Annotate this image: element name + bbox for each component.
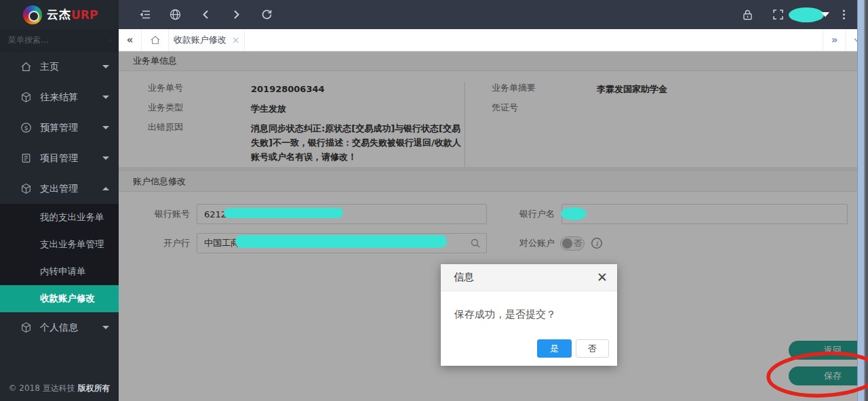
tab-label: 收款账户修改 bbox=[174, 34, 226, 46]
content-area: 业务单信息 业务单号 201928006344 业务类型 学生发放 出错原因 消… bbox=[119, 51, 868, 401]
home-icon bbox=[20, 61, 32, 72]
app-window: 云杰 URP 主页 往来结算 $ 预算管理 项目管理 bbox=[0, 0, 868, 401]
project-icon bbox=[20, 152, 32, 164]
chevron-down-icon bbox=[102, 126, 109, 129]
sidebar-item-label: 支出管理 bbox=[40, 183, 102, 195]
tabs-scroll-left[interactable]: « bbox=[119, 29, 142, 51]
sidebar-item-expense-order-mgmt[interactable]: 支出业务单管理 bbox=[0, 231, 119, 258]
expense-cube-icon bbox=[20, 183, 32, 194]
tabbar-spacer bbox=[245, 29, 823, 51]
chevron-down-icon bbox=[102, 65, 109, 68]
home-icon bbox=[150, 35, 161, 45]
svg-text:$: $ bbox=[24, 124, 28, 131]
dialog-header: 信息 ✕ bbox=[441, 264, 617, 291]
sidebar-item-label: 预算管理 bbox=[40, 122, 102, 134]
dialog-no-button[interactable]: 否 bbox=[576, 339, 609, 358]
sidebar-item-expense[interactable]: 支出管理 bbox=[0, 173, 119, 204]
avatar-redaction[interactable] bbox=[789, 7, 824, 22]
sidebar-item-label: 往来结算 bbox=[40, 91, 102, 104]
bank-branch-redaction bbox=[235, 235, 447, 248]
sidebar-item-budget[interactable]: $ 预算管理 bbox=[0, 112, 119, 143]
sidebar-item-my-expense-orders[interactable]: 我的支出业务单 bbox=[0, 204, 119, 231]
copyright-footer: © 2018 亘达科技 版权所有 bbox=[0, 383, 119, 394]
sidebar: 云杰 URP 主页 往来结算 $ 预算管理 项目管理 bbox=[0, 0, 119, 401]
dialog-title: 信息 bbox=[454, 271, 597, 284]
refresh-icon[interactable] bbox=[260, 8, 273, 21]
tabs-scroll-right[interactable]: » bbox=[823, 29, 846, 51]
budget-dollar-icon: $ bbox=[20, 122, 32, 133]
tab-bar: « 收款账户修改 × » bbox=[119, 29, 868, 51]
search-icon bbox=[110, 35, 112, 45]
logo-swirl-icon bbox=[23, 5, 42, 24]
sidebar-item-personal-info[interactable]: 个人信息 bbox=[0, 312, 119, 343]
user-dropdown-caret-icon[interactable] bbox=[821, 12, 829, 17]
forward-arrow-icon[interactable] bbox=[230, 8, 243, 21]
chevron-down-icon bbox=[102, 96, 109, 99]
chevron-down-icon bbox=[102, 156, 109, 160]
sidebar-item-label: 项目管理 bbox=[40, 152, 102, 165]
close-icon[interactable]: ✕ bbox=[597, 271, 608, 284]
bank-account-redaction bbox=[224, 208, 343, 218]
globe-icon[interactable] bbox=[169, 8, 182, 21]
sidebar-item-home[interactable]: 主页 bbox=[0, 51, 119, 82]
logo-suffix-text: URP bbox=[71, 8, 98, 22]
tab-payee-account-edit[interactable]: 收款账户修改 × bbox=[169, 29, 245, 51]
logo-brand-text: 云杰 bbox=[47, 7, 71, 22]
sidebar-item-label: 个人信息 bbox=[40, 322, 102, 334]
profile-cube-icon bbox=[20, 322, 32, 333]
annotation-red-circle bbox=[763, 345, 868, 401]
sidebar-item-settlement[interactable]: 往来结算 bbox=[0, 82, 119, 112]
menu-search-input[interactable] bbox=[8, 35, 110, 45]
dialog-yes-button[interactable]: 是 bbox=[537, 339, 572, 358]
logo: 云杰 URP bbox=[0, 0, 119, 29]
sidebar-item-project[interactable]: 项目管理 bbox=[0, 143, 119, 173]
lock-icon[interactable] bbox=[741, 8, 754, 21]
message-dialog: 信息 ✕ 保存成功，是否提交？ 是 否 bbox=[441, 264, 617, 366]
topbar bbox=[119, 0, 868, 29]
chevron-down-icon bbox=[102, 326, 109, 329]
sidebar-item-payee-account-edit[interactable]: 收款账户修改 bbox=[0, 285, 119, 312]
tab-close-icon[interactable]: × bbox=[232, 35, 240, 45]
rights-text: 版权所有 bbox=[78, 383, 111, 393]
kebab-menu-icon[interactable] bbox=[837, 8, 850, 21]
menu-search bbox=[0, 29, 119, 51]
tab-home[interactable] bbox=[142, 29, 169, 51]
expense-submenu: 我的支出业务单 支出业务单管理 内转申请单 收款账户修改 bbox=[0, 204, 119, 312]
copyright-text: © 2018 亘达科技 bbox=[9, 383, 75, 393]
bank-holder-redaction bbox=[561, 207, 587, 220]
browser-scrollbar[interactable] bbox=[857, 0, 868, 401]
back-arrow-icon[interactable] bbox=[199, 8, 212, 21]
menu-fold-icon[interactable] bbox=[138, 8, 151, 21]
fullscreen-icon[interactable] bbox=[772, 8, 785, 21]
double-chevron-right-icon: » bbox=[831, 34, 838, 46]
sidebar-item-internal-transfer[interactable]: 内转申请单 bbox=[0, 258, 119, 285]
double-chevron-left-icon: « bbox=[127, 34, 134, 46]
main-pane: « 收款账户修改 × » 业务单信息 业务单号 201928006344 业务类 bbox=[119, 0, 868, 401]
sidebar-item-label: 主页 bbox=[40, 61, 102, 73]
settlement-cube-icon bbox=[20, 91, 32, 103]
dialog-message: 保存成功，是否提交？ bbox=[441, 291, 617, 321]
chevron-up-icon bbox=[102, 187, 109, 190]
